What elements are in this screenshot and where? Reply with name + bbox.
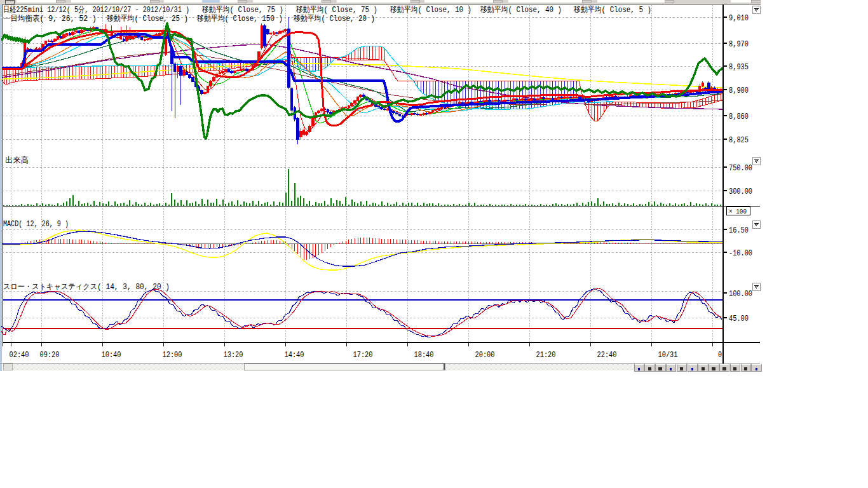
svg-text:移動平均( Close, 75 ): 移動平均( Close, 75 ): [202, 5, 283, 15]
svg-text:8,860: 8,860: [729, 112, 749, 121]
svg-text:09:20: 09:20: [40, 351, 60, 360]
svg-text:14:40: 14:40: [285, 351, 304, 360]
svg-text:-10.00: -10.00: [729, 249, 752, 258]
svg-text:8,900: 8,900: [729, 86, 749, 95]
svg-text:日経225mini 12/12( 5分, 2012/10/2: 日経225mini 12/12( 5分, 2012/10/27 - 2012/1…: [3, 5, 189, 15]
svg-text:18:40: 18:40: [414, 351, 434, 360]
svg-text:750.00: 750.00: [729, 164, 752, 173]
svg-text:21:20: 21:20: [536, 351, 556, 360]
svg-text:17:20: 17:20: [353, 351, 373, 360]
svg-text:スロー・ストキャスティクス( 14, 3, 80, 20 ): スロー・ストキャスティクス( 14, 3, 80, 20 ): [3, 283, 170, 292]
svg-text:一目均衡表( 9, 26, 52 ): 一目均衡表( 9, 26, 52 ): [3, 14, 97, 24]
svg-text:02:40: 02:40: [10, 351, 29, 360]
svg-text:移動平均( Close, 10 ): 移動平均( Close, 10 ): [390, 5, 471, 15]
svg-text:移動平均( Close, 75 ): 移動平均( Close, 75 ): [296, 5, 377, 15]
svg-text:10/31: 10/31: [658, 351, 678, 360]
svg-text:移動平均( Close, 20 ): 移動平均( Close, 20 ): [294, 14, 375, 24]
svg-text:8,825: 8,825: [729, 136, 749, 145]
svg-text:20:00: 20:00: [475, 351, 495, 360]
svg-text:移動平均( Close, 150 ): 移動平均( Close, 150 ): [197, 14, 283, 24]
svg-text:22:40: 22:40: [597, 351, 617, 360]
svg-text:8,970: 8,970: [729, 40, 749, 49]
svg-text:300.00: 300.00: [729, 187, 752, 196]
svg-text:8,935: 8,935: [729, 63, 749, 72]
svg-text:100.00: 100.00: [729, 290, 752, 299]
svg-text:MACD( 12, 26, 9 ): MACD( 12, 26, 9 ): [3, 220, 69, 229]
svg-text:移動平均( Close, 5 ): 移動平均( Close, 5 ): [574, 5, 651, 15]
svg-text:45.00: 45.00: [729, 315, 749, 323]
svg-text:16.50: 16.50: [729, 226, 749, 235]
svg-text:× 100: × 100: [729, 208, 747, 215]
svg-text:13:20: 13:20: [224, 351, 243, 360]
svg-text:移動平均( Close, 25 ): 移動平均( Close, 25 ): [107, 14, 188, 24]
svg-text:12:00: 12:00: [163, 351, 182, 360]
svg-text:0: 0: [718, 351, 722, 360]
svg-text:9,010: 9,010: [729, 14, 749, 23]
svg-text:出来高: 出来高: [5, 156, 29, 165]
svg-text:10:40: 10:40: [102, 351, 121, 360]
svg-text:移動平均( Close, 40 ): 移動平均( Close, 40 ): [480, 5, 562, 15]
